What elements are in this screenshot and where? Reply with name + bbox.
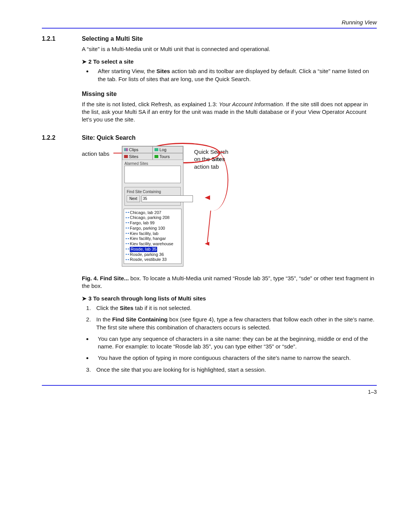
missing-site-heading: Missing site xyxy=(82,91,377,97)
alarmed-sites-list[interactable] xyxy=(124,166,181,183)
proc3-step-3: Once the site that you are looking for i… xyxy=(92,366,377,374)
proc3-step-1: Click the Sites tab if it is not selecte… xyxy=(92,304,377,312)
site-node-icon: •┈• xyxy=(126,216,129,220)
tours-icon xyxy=(155,155,158,158)
proc3-step-2: In the Find Site Containing box (see fig… xyxy=(92,316,377,331)
section-number: 1.2.1 xyxy=(42,35,82,42)
clips-icon xyxy=(124,148,128,151)
site-node-icon: •┈• xyxy=(126,211,129,215)
site-list-item-label: Kiev facility, hangar xyxy=(130,236,166,241)
site-list-item[interactable]: •┈•Kiev facility, warehouse xyxy=(125,241,180,247)
site-list-item-label: Rosde, lab 35 xyxy=(130,247,157,252)
site-list-item[interactable]: •┈•Rosde, lab 35 xyxy=(125,247,180,252)
proc3-note-a: You can type any sequence of characters … xyxy=(92,335,377,351)
site-list-item[interactable]: •┈•Chicago, parking 208 xyxy=(125,215,180,220)
site-node-icon: •┈• xyxy=(126,232,129,236)
site-node-icon: •┈• xyxy=(126,258,129,262)
site-list-item[interactable]: •┈•Rosde, parking 36 xyxy=(125,252,180,257)
site-node-icon: •┈• xyxy=(126,237,129,241)
site-list-item-label: Chicago, parking 208 xyxy=(130,215,169,220)
log-icon xyxy=(155,148,158,151)
site-node-icon: •┈• xyxy=(126,242,129,246)
find-site-input[interactable] xyxy=(142,195,193,202)
site-list-item[interactable]: •┈•Chicago, lab 207 xyxy=(125,210,180,216)
site-list-item[interactable]: •┈•Fargo, lab 99 xyxy=(125,220,180,226)
figure-4-caption: Fig. 4. Find Site... box. To locate a Mu… xyxy=(82,275,377,290)
next-button[interactable]: Next xyxy=(127,195,140,202)
rule-top xyxy=(42,28,377,29)
site-node-icon: •┈• xyxy=(126,247,129,251)
sites-panel: Clips Log Sites Tours Alarmed Sites Find… xyxy=(122,146,183,267)
missing-site-para: If the site is not listed, click Refresh… xyxy=(82,101,377,124)
site-node-icon: •┈• xyxy=(126,252,129,257)
site-list-item-label: Fargo, lab 99 xyxy=(130,220,155,226)
section-title: Selecting a Multi Site xyxy=(82,35,143,42)
proc3-note-b: You have the option of typing in more co… xyxy=(92,354,377,362)
find-site-group: Find Site Containing Next xyxy=(124,187,181,206)
alarmed-sites-label: Alarmed Sites xyxy=(122,160,183,166)
rule-bottom xyxy=(42,385,377,386)
annotation-arrow-icon xyxy=(205,195,210,200)
section-title: Site: Quick Search xyxy=(82,134,135,141)
page-number: 1–3 xyxy=(42,389,377,395)
site-list-item[interactable]: •┈•Rosde, vestibule 33 xyxy=(125,257,180,262)
action-tabs-row: Clips Log Sites Tours xyxy=(122,146,183,160)
figure-4: action tabs Clips Log Sites Tours xyxy=(82,146,377,272)
page: Running View 1.2.1 Selecting a Multi Sit… xyxy=(0,0,411,532)
site-list-item-label: Rosde, vestibule 33 xyxy=(130,257,167,262)
site-node-icon: •┈• xyxy=(126,221,129,225)
site-list[interactable]: •┈•Chicago, lab 207•┈•Chicago, parking 2… xyxy=(124,209,182,264)
tab-sites[interactable]: Sites xyxy=(122,153,153,160)
site-list-item-label: Rosde, parking 36 xyxy=(130,252,164,257)
site-node-icon: •┈• xyxy=(126,226,129,230)
procedure-3-heading: ➤ 3 To search through long lists of Mult… xyxy=(82,295,377,302)
site-list-item[interactable]: •┈•Fargo, parking 100 xyxy=(125,226,180,231)
site-list-item-label: Chicago, lab 207 xyxy=(130,210,161,216)
site-list-item-label: Fargo, parking 100 xyxy=(130,226,165,231)
intro-para: A “site” is a Multi-Media unit or Multi … xyxy=(82,45,377,53)
site-list-item[interactable]: •┈•Kiev facility, lab xyxy=(125,231,180,236)
proc2-bullet: After starting View, the Sites action ta… xyxy=(92,67,377,83)
tab-clips[interactable]: Clips xyxy=(122,146,153,153)
tab-tours[interactable]: Tours xyxy=(153,153,183,160)
section-122-heading: 1.2.2 Site: Quick Search xyxy=(42,134,377,141)
annotation-line-icon xyxy=(207,211,211,244)
tab-log[interactable]: Log xyxy=(153,146,183,153)
find-site-label: Find Site Containing xyxy=(127,190,178,194)
section-121-heading: 1.2.1 Selecting a Multi Site xyxy=(42,35,377,42)
section-number: 1.2.2 xyxy=(42,134,82,141)
procedure-2-heading: ➤ 2 To select a site xyxy=(82,58,377,65)
site-list-item-label: Kiev facility, warehouse xyxy=(130,241,173,247)
site-list-item-label: Kiev facility, lab xyxy=(130,231,158,236)
site-list-item[interactable]: •┈•Kiev facility, hangar xyxy=(125,236,180,241)
sites-icon xyxy=(124,155,128,158)
annotation-arrow-icon xyxy=(205,242,209,246)
running-header: Running View xyxy=(42,19,377,26)
figure-label-action-tabs: action tabs xyxy=(82,146,114,157)
